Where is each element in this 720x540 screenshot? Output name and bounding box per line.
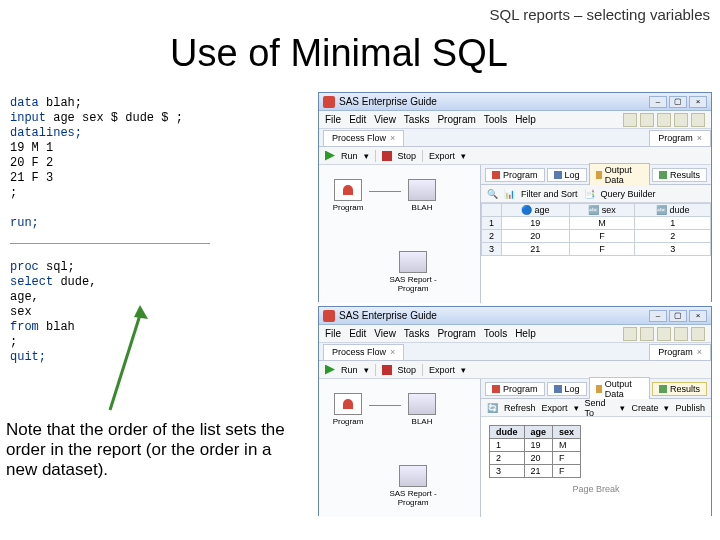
flow-node-blah[interactable]: BLAH xyxy=(401,179,443,219)
menu-program[interactable]: Program xyxy=(437,328,475,339)
query-builder-button[interactable]: Query Builder xyxy=(601,189,656,199)
toolbar-icon[interactable] xyxy=(623,327,637,341)
window-title: SAS Enterprise Guide xyxy=(339,310,437,321)
run-button[interactable]: Run xyxy=(341,151,358,161)
minimize-button[interactable]: – xyxy=(649,310,667,322)
flow-node-sas-report[interactable]: SAS Report - Program xyxy=(383,251,443,291)
svg-line-0 xyxy=(110,315,140,410)
rtab-results[interactable]: Results xyxy=(652,382,707,396)
code-block-data-step: data blah; input age sex $ dude $ ; data… xyxy=(10,96,183,231)
menu-edit[interactable]: Edit xyxy=(349,114,366,125)
tab-program[interactable]: Program× xyxy=(649,344,711,360)
titlebar[interactable]: SAS Enterprise Guide – ▢ × xyxy=(319,93,711,111)
refresh-button[interactable]: Refresh xyxy=(504,403,536,413)
run-button[interactable]: Run xyxy=(341,365,358,375)
flow-node-program[interactable]: Program xyxy=(327,393,369,433)
rtab-results[interactable]: Results xyxy=(652,168,707,182)
tab-program[interactable]: Program× xyxy=(649,130,711,146)
tab-process-flow[interactable]: Process Flow× xyxy=(323,130,404,146)
rtab-log[interactable]: Log xyxy=(547,382,587,396)
sendto-button[interactable]: Send To xyxy=(585,398,615,418)
flow-connector xyxy=(369,191,401,192)
menu-tools[interactable]: Tools xyxy=(484,114,507,125)
menu-tasks[interactable]: Tasks xyxy=(404,328,430,339)
flow-node-program[interactable]: Program xyxy=(327,179,369,219)
toolbar-icon[interactable] xyxy=(657,327,671,341)
run-toolbar: Run▾ Stop Export▾ xyxy=(319,147,711,165)
menu-edit[interactable]: Edit xyxy=(349,328,366,339)
menu-program[interactable]: Program xyxy=(437,114,475,125)
menu-file[interactable]: File xyxy=(325,114,341,125)
output-pane: Program Log Output Data Results 🔍📊 Filte… xyxy=(481,165,711,303)
export-button[interactable]: Export xyxy=(429,365,455,375)
app-icon xyxy=(323,310,335,322)
toolbar-icon[interactable] xyxy=(691,113,705,127)
toolbar-icons xyxy=(623,113,705,127)
results-toolbar: 🔄Refresh Export▾ Send To▾ Create▾ Publis… xyxy=(481,399,711,417)
flow-node-sas-report[interactable]: SAS Report - Program xyxy=(383,465,443,505)
toolbar-icon[interactable] xyxy=(640,327,654,341)
document-tabs: Process Flow× Program× xyxy=(319,129,711,147)
maximize-button[interactable]: ▢ xyxy=(669,310,687,322)
publish-button[interactable]: Publish xyxy=(675,403,705,413)
menu-view[interactable]: View xyxy=(374,114,396,125)
menu-tools[interactable]: Tools xyxy=(484,328,507,339)
toolbar-icon[interactable] xyxy=(674,327,688,341)
stop-icon xyxy=(382,365,392,375)
rtab-program[interactable]: Program xyxy=(485,382,545,396)
sas-window-results: SAS Enterprise Guide – ▢ × File Edit Vie… xyxy=(318,306,712,516)
process-flow-pane[interactable]: Program BLAH SAS Report - Program xyxy=(319,165,481,303)
slide-title: Use of Minimal SQL xyxy=(170,32,508,75)
filter-sort-button[interactable]: Filter and Sort xyxy=(521,189,578,199)
close-icon[interactable]: × xyxy=(697,347,702,357)
close-icon[interactable]: × xyxy=(390,133,395,143)
toolbar-icon[interactable] xyxy=(674,113,688,127)
rtab-log[interactable]: Log xyxy=(547,168,587,182)
toolbar-icon[interactable] xyxy=(623,113,637,127)
window-title: SAS Enterprise Guide xyxy=(339,96,437,107)
page-break-label: Page Break xyxy=(489,484,703,494)
menu-help[interactable]: Help xyxy=(515,328,536,339)
create-button[interactable]: Create xyxy=(631,403,658,413)
minimize-button[interactable]: – xyxy=(649,96,667,108)
divider xyxy=(10,243,210,244)
menu-tasks[interactable]: Tasks xyxy=(404,114,430,125)
close-icon[interactable]: × xyxy=(390,347,395,357)
svg-marker-1 xyxy=(134,305,148,319)
stop-button[interactable]: Stop xyxy=(398,365,417,375)
menu-file[interactable]: File xyxy=(325,328,341,339)
toolbar-icon[interactable] xyxy=(640,113,654,127)
stop-button[interactable]: Stop xyxy=(398,151,417,161)
toolbar-icon[interactable] xyxy=(657,113,671,127)
toolbar-icon[interactable] xyxy=(691,327,705,341)
menu-view[interactable]: View xyxy=(374,328,396,339)
menu-help[interactable]: Help xyxy=(515,114,536,125)
tab-process-flow[interactable]: Process Flow× xyxy=(323,344,404,360)
run-toolbar: Run▾ Stop Export▾ xyxy=(319,361,711,379)
close-button[interactable]: × xyxy=(689,310,707,322)
app-icon xyxy=(323,96,335,108)
results-pane: Program Log Output Data Results 🔄Refresh… xyxy=(481,379,711,517)
annotation-arrow xyxy=(100,305,150,415)
slide-topic: SQL reports – selecting variables xyxy=(490,6,710,23)
process-flow-pane[interactable]: Program BLAH SAS Report - Program xyxy=(319,379,481,517)
explanatory-note: Note that the order of the list sets the… xyxy=(6,420,306,480)
menubar: File Edit View Tasks Program Tools Help xyxy=(319,325,711,343)
close-button[interactable]: × xyxy=(689,96,707,108)
stop-icon xyxy=(382,151,392,161)
flow-node-blah[interactable]: BLAH xyxy=(401,393,443,433)
output-data-grid[interactable]: 🔵 age🔤 sex🔤 dude 119M1 220F2 321F3 xyxy=(481,203,711,303)
rtab-output-data[interactable]: Output Data xyxy=(589,163,650,187)
sas-report-output: dudeagesex 119M 220F 321F Page Break xyxy=(481,417,711,517)
titlebar[interactable]: SAS Enterprise Guide – ▢ × xyxy=(319,307,711,325)
play-icon xyxy=(325,151,335,161)
close-icon[interactable]: × xyxy=(697,133,702,143)
flow-connector xyxy=(369,405,401,406)
maximize-button[interactable]: ▢ xyxy=(669,96,687,108)
menubar: File Edit View Tasks Program Tools Help xyxy=(319,111,711,129)
document-tabs: Process Flow× Program× xyxy=(319,343,711,361)
export-button[interactable]: Export xyxy=(542,403,568,413)
export-button[interactable]: Export xyxy=(429,151,455,161)
data-toolbar: 🔍📊 Filter and Sort 📑 Query Builder xyxy=(481,185,711,203)
rtab-program[interactable]: Program xyxy=(485,168,545,182)
